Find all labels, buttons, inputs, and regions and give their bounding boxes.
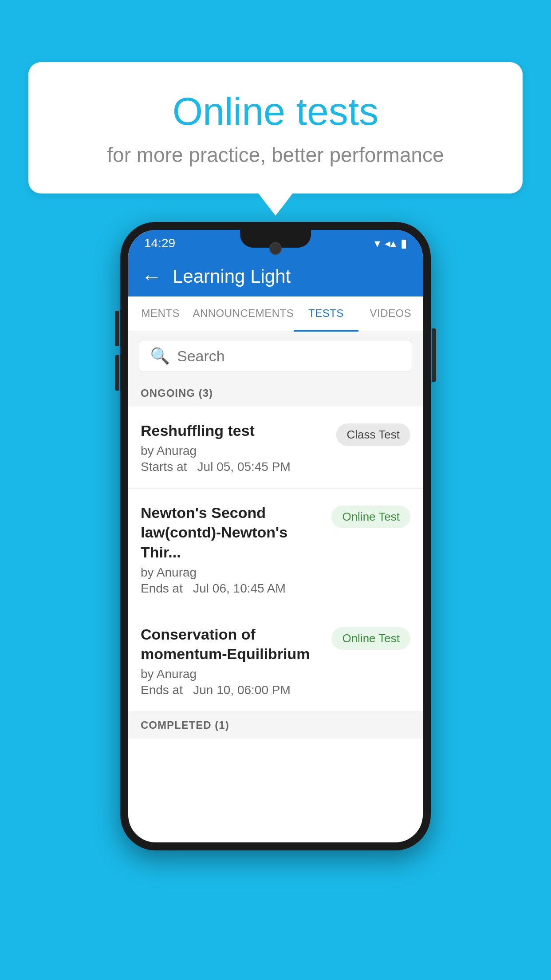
speech-bubble: Online tests for more practice, better p…: [28, 62, 523, 194]
test-name-1: Reshuffling test: [141, 421, 329, 440]
test-badge-3: Online Test: [331, 627, 410, 650]
bubble-title: Online tests: [64, 89, 487, 134]
test-time-1: Starts at Jul 05, 05:45 PM: [141, 460, 329, 474]
search-input[interactable]: [177, 348, 401, 365]
test-name-3: Conservation of momentum-Equilibrium: [141, 624, 324, 664]
phone-container: 14:29 ▾ ◂▴ ▮ ← Learning Light MENTS ANNO…: [120, 222, 431, 850]
tab-announcements-label: ANNOUNCEMENTS: [193, 307, 294, 320]
tab-tests-label: TESTS: [308, 307, 344, 320]
tab-ments[interactable]: MENTS: [128, 296, 193, 332]
completed-label: COMPLETED (1): [141, 719, 229, 731]
test-author-3: by Anurag: [141, 667, 324, 681]
app-header: ← Learning Light: [128, 257, 423, 296]
status-icons: ▾ ◂▴ ▮: [374, 237, 407, 250]
test-info-3: Conservation of momentum-Equilibrium by …: [141, 624, 324, 697]
test-time-2: Ends at Jul 06, 10:45 AM: [141, 581, 324, 596]
phone-screen: 14:29 ▾ ◂▴ ▮ ← Learning Light MENTS ANNO…: [128, 230, 423, 842]
tab-announcements[interactable]: ANNOUNCEMENTS: [193, 296, 294, 332]
test-item[interactable]: Newton's Second law(contd)-Newton's Thir…: [128, 489, 423, 610]
test-item[interactable]: Reshuffling test by Anurag Starts at Jul…: [128, 407, 423, 489]
app-title: Learning Light: [173, 266, 291, 287]
bubble-subtitle: for more practice, better performance: [64, 143, 487, 167]
test-author-1: by Anurag: [141, 444, 329, 458]
speech-bubble-container: Online tests for more practice, better p…: [28, 62, 523, 194]
tab-videos[interactable]: VIDEOS: [358, 296, 423, 332]
search-wrapper: 🔍: [139, 340, 412, 372]
tab-ments-label: MENTS: [141, 307, 180, 320]
phone-frame: 14:29 ▾ ◂▴ ▮ ← Learning Light MENTS ANNO…: [120, 222, 431, 850]
test-list: Reshuffling test by Anurag Starts at Jul…: [128, 407, 423, 712]
test-author-2: by Anurag: [141, 565, 324, 580]
battery-icon: ▮: [401, 237, 407, 250]
search-icon: 🔍: [150, 347, 170, 365]
phone-notch: [240, 230, 311, 248]
tab-videos-label: VIDEOS: [370, 307, 411, 320]
phone-button-volume-down: [115, 355, 119, 391]
test-info-1: Reshuffling test by Anurag Starts at Jul…: [141, 421, 329, 474]
wifi-icon: ▾: [374, 237, 380, 250]
back-button[interactable]: ←: [142, 266, 162, 287]
test-badge-1: Class Test: [336, 423, 410, 446]
test-badge-2: Online Test: [331, 506, 410, 528]
signal-icon: ◂▴: [385, 237, 396, 250]
phone-button-power: [432, 328, 436, 382]
phone-camera: [269, 242, 282, 255]
test-info-2: Newton's Second law(contd)-Newton's Thir…: [141, 503, 324, 596]
completed-section-header: COMPLETED (1): [128, 712, 423, 739]
test-name-2: Newton's Second law(contd)-Newton's Thir…: [141, 503, 324, 562]
tabs-bar: MENTS ANNOUNCEMENTS TESTS VIDEOS: [128, 296, 423, 332]
status-time: 14:29: [144, 236, 175, 250]
test-item[interactable]: Conservation of momentum-Equilibrium by …: [128, 610, 423, 712]
tab-tests[interactable]: TESTS: [294, 296, 358, 332]
test-time-3: Ends at Jun 10, 06:00 PM: [141, 683, 324, 697]
ongoing-label: ONGOING (3): [141, 387, 213, 399]
ongoing-section-header: ONGOING (3): [128, 380, 423, 407]
search-container: 🔍: [128, 332, 423, 380]
phone-button-volume-up: [115, 311, 119, 346]
